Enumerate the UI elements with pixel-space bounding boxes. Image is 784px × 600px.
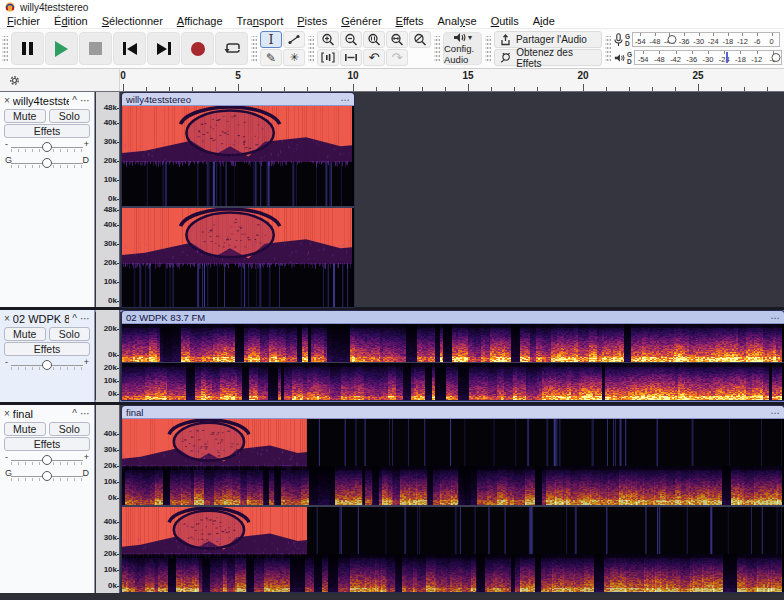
clip-header[interactable]: 02 WDPK 83.7 FM⋯ — [122, 311, 784, 324]
gain-slider-thumb[interactable] — [42, 455, 52, 465]
selection-tool-button[interactable]: I — [260, 31, 282, 48]
meter-scale-value: -48 — [651, 55, 667, 64]
toolbar-grip[interactable] — [2, 36, 8, 62]
skip-to-start-button[interactable] — [113, 32, 146, 65]
solo-button[interactable]: Solo — [49, 327, 91, 341]
menu-slectionner[interactable]: Sélectionner — [95, 14, 170, 28]
zoom-in-button[interactable] — [317, 31, 339, 48]
pan-slider-thumb[interactable] — [42, 471, 52, 481]
clip-menu-icon[interactable]: ⋯ — [771, 312, 781, 323]
spectrogram-channel-2[interactable] — [122, 507, 782, 593]
zoom-out-button[interactable] — [340, 31, 362, 48]
frequency-ruler[interactable]: 40k30k20k10k0k40k30k20k10k0k — [96, 405, 120, 593]
clip-menu-icon[interactable]: ⋯ — [341, 94, 351, 105]
menu-gnrer[interactable]: Générer — [334, 14, 388, 28]
track-collapse-icon[interactable]: ^ — [72, 313, 77, 324]
menu-outils[interactable]: Outils — [484, 14, 526, 28]
effects-button[interactable]: Effets — [4, 437, 90, 451]
menu-pistes[interactable]: Pistes — [290, 14, 334, 28]
audio-clip[interactable]: willy4teststereo⋯ — [121, 92, 355, 308]
trim-audio-button[interactable] — [317, 49, 339, 66]
spectrogram-channel-2[interactable] — [122, 363, 782, 401]
track-collapse-icon[interactable]: ^ — [72, 408, 77, 419]
share-audio-button[interactable]: Partager l'Audio — [494, 31, 602, 48]
spectrogram-channel-1[interactable] — [122, 324, 782, 362]
effects-button[interactable]: Effets — [4, 124, 90, 138]
solo-button[interactable]: Solo — [49, 109, 91, 123]
track-menu-icon[interactable]: ⋯ — [80, 408, 90, 419]
track-menu-icon[interactable]: ⋯ — [80, 313, 90, 324]
effects-button[interactable]: Effets — [4, 342, 90, 356]
multi-tool-button[interactable]: ✳ — [283, 49, 305, 66]
track-name[interactable]: willy4teststereo — [13, 95, 69, 107]
track-close-icon[interactable]: × — [4, 408, 10, 419]
silence-audio-button[interactable] — [340, 49, 362, 66]
timeline-tick — [330, 87, 331, 91]
timeline-ruler[interactable]: 0510152025 — [120, 69, 784, 91]
menu-aide[interactable]: Aide — [526, 14, 562, 28]
menu-transport[interactable]: Transport — [230, 14, 291, 28]
mute-button[interactable]: Mute — [4, 422, 46, 436]
toolbar-grip[interactable] — [434, 36, 440, 62]
meter-volume-slider-thumb[interactable] — [668, 35, 677, 44]
clip-header[interactable]: willy4teststereo⋯ — [122, 93, 354, 106]
track-close-icon[interactable]: × — [4, 313, 10, 324]
draw-tool-button[interactable]: ✎ — [260, 49, 282, 66]
loop-button[interactable] — [215, 32, 248, 65]
mute-button[interactable]: Mute — [4, 327, 46, 341]
spectrogram-channel-2[interactable] — [122, 208, 352, 308]
track-menu-icon[interactable]: ⋯ — [80, 95, 90, 106]
solo-button[interactable]: Solo — [49, 422, 91, 436]
pan-slider: GD — [4, 467, 90, 483]
trim-audio-icon — [321, 52, 335, 63]
frequency-ruler[interactable]: 48k40k30k20k10k0k48k40k30k20k10k0k — [96, 92, 120, 307]
skip-to-end-button[interactable] — [147, 32, 180, 65]
track-name[interactable]: 02 WDPK 83... — [13, 313, 69, 325]
get-effects-button[interactable]: Obtenez des Effets — [494, 49, 602, 66]
pause-button[interactable] — [11, 32, 44, 65]
gain-slider-thumb[interactable] — [42, 142, 52, 152]
undo-button[interactable]: ↶ — [363, 49, 385, 66]
menu-bar: FichierÉditionSélectionnerAffichageTrans… — [0, 14, 784, 29]
zoom-toggle-button[interactable] — [409, 31, 431, 48]
redo-button[interactable]: ↷ — [386, 49, 408, 66]
toolbar-grip[interactable] — [485, 36, 491, 62]
toolbar-grip[interactable] — [308, 36, 314, 62]
menu-affichage[interactable]: Affichage — [170, 14, 230, 28]
track-name[interactable]: final — [13, 408, 69, 420]
toolbar-grip[interactable] — [251, 36, 257, 62]
audio-setup-button[interactable]: ▾ Config. Audio — [443, 32, 482, 65]
zoom-fit-project-button[interactable] — [386, 31, 408, 48]
menu-effets[interactable]: Effets — [389, 14, 431, 28]
track-collapse-icon[interactable]: ^ — [72, 95, 77, 106]
menu-fichier[interactable]: Fichier — [0, 14, 47, 28]
menu-dition[interactable]: Édition — [47, 14, 95, 28]
recording-meter[interactable]: GD -54-48-42-36-30-24-18-12-60 — [614, 31, 782, 48]
audio-clip[interactable]: 02 WDPK 83.7 FM⋯ — [121, 310, 784, 401]
playback-meter-scale[interactable]: -54-48-42-36-30-24-18-12-6 — [634, 50, 782, 65]
audio-clip[interactable]: final⋯ — [121, 405, 784, 593]
stop-button[interactable] — [79, 32, 112, 65]
timeline-options-gear-icon[interactable] — [8, 74, 21, 87]
meter-toolbar: GD -54-48-42-36-30-24-18-12-60 GD -54-48… — [614, 31, 782, 66]
mute-button[interactable]: Mute — [4, 109, 46, 123]
record-button[interactable] — [181, 32, 214, 65]
spectrogram-channel-1[interactable] — [122, 106, 352, 206]
recording-meter-scale[interactable]: -54-48-42-36-30-24-18-12-60 — [632, 32, 780, 47]
meter-scale-value: -30 — [700, 55, 716, 64]
clip-header[interactable]: final⋯ — [122, 406, 784, 419]
meter-volume-slider-thumb[interactable] — [771, 53, 780, 62]
play-button[interactable] — [45, 32, 78, 65]
gain-slider-thumb[interactable] — [42, 360, 52, 370]
spectrogram-channel-1[interactable] — [122, 419, 782, 505]
frequency-ruler[interactable]: 20k0k20k10k0k — [96, 310, 120, 402]
toolbar-grip[interactable] — [605, 36, 611, 62]
menu-analyse[interactable]: Analyse — [430, 14, 483, 28]
pan-slider-thumb[interactable] — [42, 158, 52, 168]
playback-meter[interactable]: GD -54-48-42-36-30-24-18-12-6 — [614, 49, 782, 66]
envelope-tool-button[interactable] — [283, 31, 305, 48]
zoom-selection-button[interactable] — [363, 31, 385, 48]
clip-menu-icon[interactable]: ⋯ — [771, 407, 781, 418]
frequency-label: 40k — [104, 518, 117, 526]
track-close-icon[interactable]: × — [4, 95, 10, 106]
